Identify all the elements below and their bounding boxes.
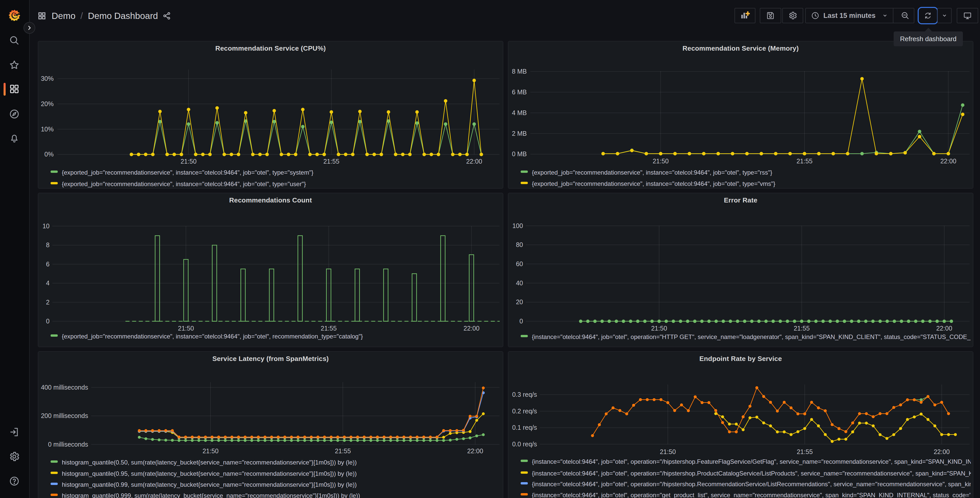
svg-text:0%: 0% <box>45 150 54 158</box>
svg-text:4 MB: 4 MB <box>512 109 527 117</box>
svg-text:0 milliseconds: 0 milliseconds <box>48 441 88 448</box>
svg-text:10%: 10% <box>41 126 54 132</box>
svg-text:0.1 req/s: 0.1 req/s <box>512 424 537 431</box>
svg-text:20: 20 <box>516 298 523 305</box>
svg-text:10: 10 <box>42 222 49 230</box>
svg-text:0.3 req/s: 0.3 req/s <box>512 391 537 398</box>
svg-text:4: 4 <box>46 279 49 287</box>
svg-text:0.2 req/s: 0.2 req/s <box>512 407 537 415</box>
svg-text:22:00: 22:00 <box>940 158 956 164</box>
svg-text:0 MB: 0 MB <box>512 150 527 158</box>
svg-text:0.0 req/s: 0.0 req/s <box>512 441 537 448</box>
svg-text:22:00: 22:00 <box>934 448 950 455</box>
svg-text:21:50: 21:50 <box>660 448 676 455</box>
svg-text:21:55: 21:55 <box>323 158 339 165</box>
svg-text:21:55: 21:55 <box>797 448 813 455</box>
svg-text:40: 40 <box>516 279 523 287</box>
svg-text:21:50: 21:50 <box>653 158 669 164</box>
svg-text:21:55: 21:55 <box>797 158 813 164</box>
svg-text:20%: 20% <box>41 100 54 107</box>
svg-text:30%: 30% <box>41 75 54 82</box>
svg-text:400 milliseconds: 400 milliseconds <box>41 384 88 391</box>
svg-text:21:50: 21:50 <box>181 158 197 165</box>
svg-text:22:00: 22:00 <box>466 158 482 165</box>
svg-text:0: 0 <box>46 318 49 325</box>
svg-text:80: 80 <box>516 241 523 248</box>
svg-text:0: 0 <box>519 318 523 325</box>
svg-text:60: 60 <box>516 260 523 267</box>
svg-text:8 MB: 8 MB <box>512 68 527 75</box>
svg-text:21:50: 21:50 <box>203 447 219 455</box>
svg-text:8: 8 <box>46 241 49 249</box>
svg-text:22:00: 22:00 <box>467 447 484 455</box>
svg-text:2: 2 <box>46 298 49 306</box>
svg-text:21:55: 21:55 <box>335 447 351 455</box>
svg-text:6: 6 <box>46 260 49 268</box>
svg-text:100: 100 <box>512 222 523 229</box>
svg-text:2 MB: 2 MB <box>512 130 527 137</box>
svg-text:6 MB: 6 MB <box>512 88 527 96</box>
svg-text:200 milliseconds: 200 milliseconds <box>41 412 88 419</box>
